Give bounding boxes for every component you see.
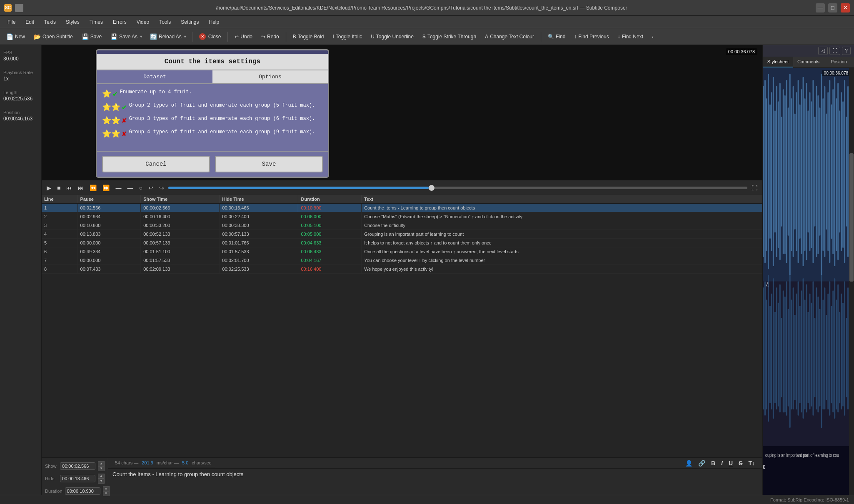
save-button[interactable]: 💾 Save (78, 31, 105, 42)
menu-settings[interactable]: Settings (177, 17, 203, 27)
open-subtitle-button[interactable]: 📂 Open Subtitle (30, 31, 77, 42)
anchor-icon-btn[interactable]: 👤 (684, 459, 694, 467)
duration-input[interactable] (65, 487, 100, 495)
hide-time-up[interactable]: ▲ (98, 474, 105, 479)
table-row[interactable]: 3 00:10.800 00:00:33.200 00:00:38.300 00… (42, 221, 762, 230)
tab-comments[interactable]: Comments (793, 57, 824, 67)
gcompris-save-button[interactable]: Save (215, 156, 323, 172)
hide-label: Hide (45, 476, 57, 481)
panel-icon-3[interactable]: ? (842, 47, 851, 55)
menu-errors[interactable]: Errors (109, 17, 131, 27)
speed-fast-button[interactable]: ↪ (157, 184, 166, 192)
new-button[interactable]: 📄 New (2, 31, 29, 42)
menu-help[interactable]: Help (205, 17, 224, 27)
table-row[interactable]: 7 00:00.000 00:01:57.533 00:02:01.700 00… (42, 256, 762, 265)
toggle-bold-button[interactable]: B Toggle Bold (289, 32, 328, 42)
next-button[interactable]: ⏩ (101, 184, 111, 192)
italic-editor-button[interactable]: I (719, 459, 724, 467)
subtitle-text-editor[interactable]: Count the Items - Learning to group then… (108, 469, 762, 495)
table-row[interactable]: 5 00:00.000 00:00:57.133 00:01:01.766 00… (42, 239, 762, 247)
menu-texts[interactable]: Texts (40, 17, 60, 27)
speed-slow-button[interactable]: ↩ (147, 184, 155, 192)
show-time-up[interactable]: ▲ (98, 461, 105, 466)
tab-stylesheet[interactable]: Stylesheet (763, 57, 793, 67)
svg-rect-26 (803, 77, 804, 266)
menu-styles[interactable]: Styles (62, 17, 84, 27)
cell-text: Choose "Maths" (Edward the sheep) > "Num… (362, 212, 762, 221)
menu-video[interactable]: Video (132, 17, 153, 27)
show-time-input[interactable] (60, 462, 95, 470)
toggle-strike-button[interactable]: S̶ Toggle Strike Through (419, 32, 480, 42)
save-as-icon: 💾 (110, 33, 117, 40)
strike-editor-button[interactable]: S (737, 459, 744, 467)
gcompris-tab-options[interactable]: Options (212, 70, 328, 83)
menu-file[interactable]: File (3, 17, 20, 27)
stop-button[interactable]: ■ (55, 184, 62, 192)
fullscreen-button[interactable]: ⛶ (750, 184, 759, 192)
table-row[interactable]: 2 00:02.934 00:00:16.400 00:00:22.400 00… (42, 212, 762, 221)
panel-icon-2[interactable]: ⛶ (829, 47, 840, 55)
redo-icon: ↪ (261, 34, 265, 40)
hide-time-input[interactable] (60, 475, 95, 482)
table-row[interactable]: 8 00:07.433 00:02:09.133 00:02:25.533 00… (42, 265, 762, 274)
find-button[interactable]: 🔍 Find (544, 32, 569, 42)
close-window-button[interactable]: ✕ (841, 3, 850, 12)
svg-rect-28 (806, 83, 807, 260)
gcompris-cancel-button[interactable]: Cancel (102, 156, 210, 172)
change-color-button[interactable]: A Change Text Colour (481, 32, 538, 42)
svg-rect-38 (822, 98, 824, 251)
minimize-button[interactable]: — (816, 3, 825, 12)
bold-editor-button[interactable]: B (709, 459, 717, 467)
menu-times[interactable]: Times (85, 17, 107, 27)
status-text: Format: SubRip Encoding: ISO-8859-1 (770, 497, 849, 502)
playback-stat: Playback Rate 1x (3, 70, 38, 82)
table-row[interactable]: 1 00:02.566 00:00:02.566 00:00:13.466 00… (42, 204, 762, 212)
pin-icon[interactable] (15, 4, 23, 12)
maximize-button[interactable]: □ (828, 3, 837, 12)
toggle-underline-button[interactable]: U Toggle Underline (367, 32, 417, 42)
video-progress-bar[interactable] (168, 187, 747, 189)
cell-hide: 00:01:57.533 (220, 247, 298, 256)
gcompris-tab-dataset[interactable]: Dataset (97, 70, 212, 83)
menu-tools[interactable]: Tools (155, 17, 175, 27)
gcompris-dialog: Count the items settings Dataset Options… (96, 49, 329, 178)
more-button[interactable]: › (648, 32, 657, 42)
title-bar: SC /home/paul/Documents/Servicios_Editor… (0, 0, 854, 16)
toggle-italic-button[interactable]: I Toggle Italic (329, 32, 366, 42)
table-row[interactable]: 4 00:13.833 00:00:52.133 00:00:57.133 00… (42, 230, 762, 239)
find-prev-button[interactable]: ↑ Find Previous (570, 32, 612, 42)
hide-time-down[interactable]: ▼ (98, 479, 105, 484)
panel-icon-1[interactable]: ◁ (818, 47, 828, 55)
close-button[interactable]: ✕ Close (195, 31, 225, 42)
next-frame-button[interactable]: ⏭ (76, 184, 85, 192)
bottom-editor: Show ▲ ▼ Hide ▲ ▼ Duration (42, 457, 762, 495)
svg-rect-17 (788, 107, 789, 236)
tab-position[interactable]: Position (824, 57, 854, 67)
table-row[interactable]: 6 00:49.334 00:01:51.100 00:01:57.533 00… (42, 247, 762, 256)
mute-button[interactable]: — (114, 184, 123, 192)
menu-edit[interactable]: Edit (21, 17, 38, 27)
prev-frame-button[interactable]: ⏮ (65, 184, 74, 192)
svg-rect-94 (824, 287, 825, 409)
reload-button[interactable]: 🔄 Reload As ▼ (146, 31, 189, 42)
undo-button[interactable]: ↩ Undo (231, 32, 256, 42)
show-time-down[interactable]: ▼ (98, 466, 105, 471)
svg-rect-46 (836, 98, 837, 251)
waveform-area: 00:00:36.078 (763, 68, 854, 495)
video-frame: Count the items settings Dataset Options… (42, 45, 762, 180)
svg-rect-60 (768, 275, 769, 422)
redo-button[interactable]: ↪ Redo (257, 32, 283, 42)
find-next-button[interactable]: ↓ Find Next (614, 32, 647, 42)
svg-rect-66 (778, 303, 779, 407)
waveform-scrollbar[interactable] (849, 68, 854, 495)
underline-editor-button[interactable]: U (727, 459, 734, 467)
color-editor-button[interactable]: T↓ (747, 459, 757, 467)
play-button[interactable]: ▶ (45, 184, 53, 192)
prev-button[interactable]: ⏪ (88, 184, 98, 192)
save-as-button[interactable]: 💾 Save As ▼ (107, 31, 145, 42)
vol-down-button[interactable]: — (125, 184, 135, 192)
col-pause: Pause (77, 195, 141, 204)
cell-pause: 00:10.800 (77, 221, 141, 230)
link-icon-btn[interactable]: 🔗 (697, 459, 707, 467)
vol-up-button[interactable]: ○ (137, 184, 144, 192)
